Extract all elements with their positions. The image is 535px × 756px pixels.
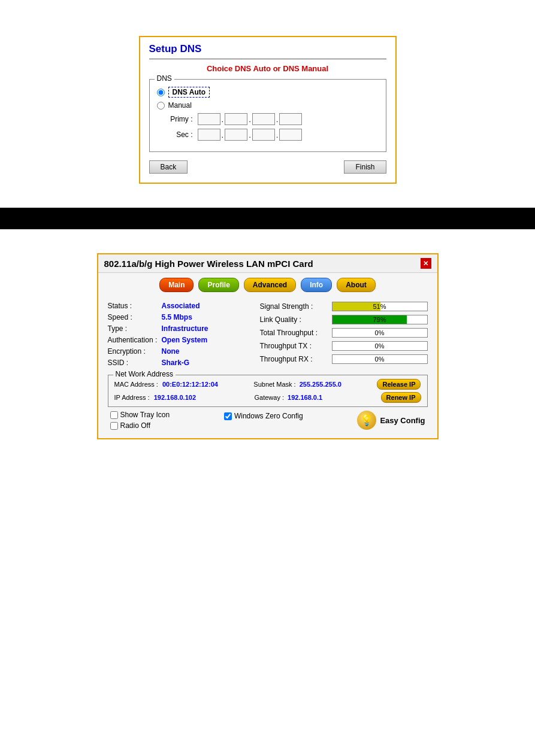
link-quality-label: Link Quality :	[260, 315, 332, 324]
mac-value: 00:E0:12:12:12:04	[162, 381, 218, 388]
tab-profile[interactable]: Profile	[198, 278, 238, 292]
release-ip-button[interactable]: Release IP	[377, 379, 421, 390]
windows-zero-label: Windows Zero Config	[234, 412, 303, 420]
primy-oct3[interactable]	[252, 113, 275, 125]
ssid-label: SSID :	[108, 359, 162, 367]
tab-advanced[interactable]: Advanced	[244, 278, 296, 292]
ip-row: IP Address : 192.168.0.102 Gateway : 192…	[114, 392, 421, 403]
signal-strength-value: 51%	[333, 303, 427, 310]
primy-row: Primy : . . .	[169, 113, 379, 125]
gateway-section: Gateway : 192.168.0.1	[254, 394, 322, 401]
link-quality-row: Link Quality : 79%	[260, 315, 428, 324]
close-button[interactable]: ✕	[421, 258, 431, 269]
link-quality-value: 79%	[333, 316, 427, 323]
radio-off-label: Radio Off	[120, 421, 150, 430]
auth-value: Open System	[162, 336, 208, 344]
sec-oct3[interactable]	[252, 129, 275, 141]
network-address-label: Net Work Address	[113, 370, 176, 378]
dns-auto-radio[interactable]	[157, 89, 165, 96]
total-throughput-bar: 0%	[332, 328, 428, 338]
total-throughput-value: 0%	[333, 329, 427, 336]
signal-strength-bar: 51%	[332, 302, 428, 311]
sec-oct4[interactable]	[279, 129, 302, 141]
encryption-label: Encryption :	[108, 347, 162, 356]
back-button[interactable]: Back	[149, 160, 188, 174]
mac-label: MAC Address : 00:E0:12:12:12:04	[114, 381, 218, 388]
encryption-row: Encryption : None	[108, 347, 248, 356]
ip-section: IP Address : 192.168.0.102	[114, 394, 197, 401]
primy-oct2[interactable]	[225, 113, 247, 125]
dns-subtitle: Choice DNS Auto or DNS Manual	[149, 64, 386, 73]
primy-oct1[interactable]	[198, 113, 220, 125]
tab-info[interactable]: Info	[301, 278, 332, 292]
signal-strength-label: Signal Strength :	[260, 302, 332, 311]
primy-oct4[interactable]	[279, 113, 302, 125]
wlan-title: 802.11a/b/g High Power Wireless LAN mPCI…	[104, 259, 313, 269]
show-tray-row: Show Tray Icon	[110, 411, 170, 419]
speed-value: 5.5 Mbps	[162, 313, 192, 321]
subnet-label: Subnet Mask :	[253, 381, 295, 388]
sec-oct2[interactable]	[225, 129, 247, 141]
type-value: Infrastructure	[162, 324, 208, 333]
dns-auto-row: DNS Auto	[157, 87, 379, 98]
windows-zero-checkbox[interactable]	[224, 412, 232, 420]
speed-label: Speed :	[108, 313, 162, 321]
sec-row: Sec : . . .	[169, 129, 379, 141]
windows-zero-row: Windows Zero Config	[224, 412, 303, 420]
tab-main[interactable]: Main	[159, 278, 194, 292]
ssid-row: SSID : Shark-G	[108, 359, 248, 367]
throughput-tx-value: 0%	[333, 342, 427, 350]
wlan-dialog: 802.11a/b/g High Power Wireless LAN mPCI…	[97, 253, 439, 439]
network-address-group: Net Work Address MAC Address : 00:E0:12:…	[108, 375, 428, 407]
checkboxes: Show Tray Icon Radio Off	[110, 411, 170, 430]
throughput-tx-bar: 0%	[332, 341, 428, 351]
tab-about[interactable]: About	[337, 278, 376, 292]
dns-group: DNS DNS Auto Manual Primy : . . .	[149, 79, 386, 152]
radio-off-checkbox[interactable]	[110, 422, 118, 430]
subnet-section: Subnet Mask : 255.255.255.0	[253, 381, 341, 388]
throughput-tx-label: Throughput TX :	[260, 342, 332, 350]
dns-dialog: Setup DNS Choice DNS Auto or DNS Manual …	[139, 36, 397, 184]
total-throughput-row: Total Throughput : 0%	[260, 328, 428, 338]
dns-section: Setup DNS Choice DNS Auto or DNS Manual …	[0, 0, 535, 202]
ssid-value: Shark-G	[162, 359, 190, 367]
dns-manual-row: Manual	[157, 101, 379, 110]
throughput-rx-row: Throughput RX : 0%	[260, 354, 428, 364]
auth-label: Authentication :	[108, 336, 162, 344]
wlan-tabs: Main Profile Advanced Info About	[98, 273, 437, 297]
gateway-label: Gateway :	[254, 394, 284, 401]
dns-title: Setup DNS	[149, 43, 386, 55]
throughput-rx-label: Throughput RX :	[260, 355, 332, 363]
radio-off-row: Radio Off	[110, 421, 170, 430]
mac-row: MAC Address : 00:E0:12:12:12:04 Subnet M…	[114, 379, 421, 390]
throughput-rx-value: 0%	[333, 356, 427, 363]
status-value: Associated	[162, 302, 200, 310]
sec-label: Sec :	[169, 130, 193, 139]
subnet-value: 255.255.255.0	[300, 381, 341, 388]
gateway-value: 192.168.0.1	[288, 394, 322, 401]
black-banner	[0, 208, 535, 229]
wlan-grid: Status : Associated Speed : 5.5 Mbps Typ…	[108, 302, 428, 370]
renew-ip-button[interactable]: Renew IP	[381, 392, 421, 403]
wlan-title-bar: 802.11a/b/g High Power Wireless LAN mPCI…	[98, 254, 437, 273]
encryption-value: None	[162, 347, 180, 356]
easy-config-icon: 💡	[357, 411, 376, 430]
speed-row: Speed : 5.5 Mbps	[108, 313, 248, 321]
show-tray-checkbox[interactable]	[110, 411, 118, 419]
type-label: Type :	[108, 324, 162, 333]
dns-manual-label: Manual	[168, 101, 192, 110]
finish-button[interactable]: Finish	[344, 160, 386, 174]
primy-label: Primy :	[169, 115, 193, 123]
sec-oct1[interactable]	[198, 129, 220, 141]
throughput-tx-row: Throughput TX : 0%	[260, 341, 428, 351]
easy-config-label: Easy Config	[380, 416, 425, 425]
dns-manual-radio[interactable]	[157, 102, 165, 110]
dns-group-label: DNS	[155, 74, 174, 83]
left-col: Status : Associated Speed : 5.5 Mbps Typ…	[108, 302, 254, 370]
auth-row: Authentication : Open System	[108, 336, 248, 344]
right-col: Signal Strength : 51% Link Quality : 79%	[254, 302, 428, 370]
easy-config-button[interactable]: 💡 Easy Config	[357, 411, 425, 430]
status-row: Status : Associated	[108, 302, 248, 310]
throughput-rx-bar: 0%	[332, 354, 428, 364]
wlan-body: Status : Associated Speed : 5.5 Mbps Typ…	[98, 297, 437, 438]
